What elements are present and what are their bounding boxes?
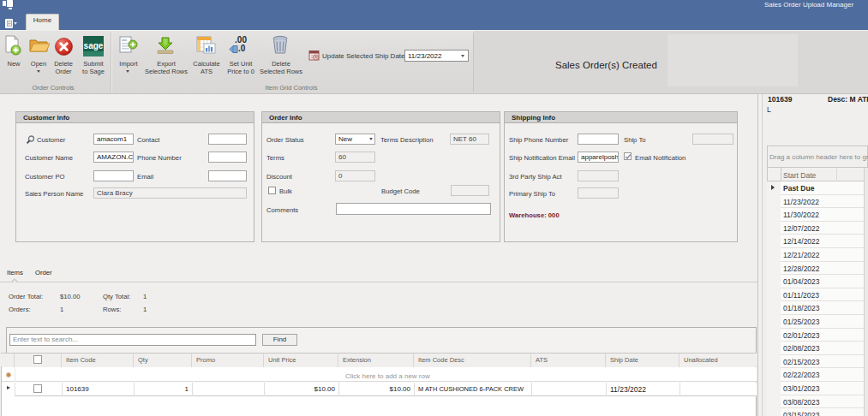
svg-text:sage: sage: [84, 41, 104, 51]
